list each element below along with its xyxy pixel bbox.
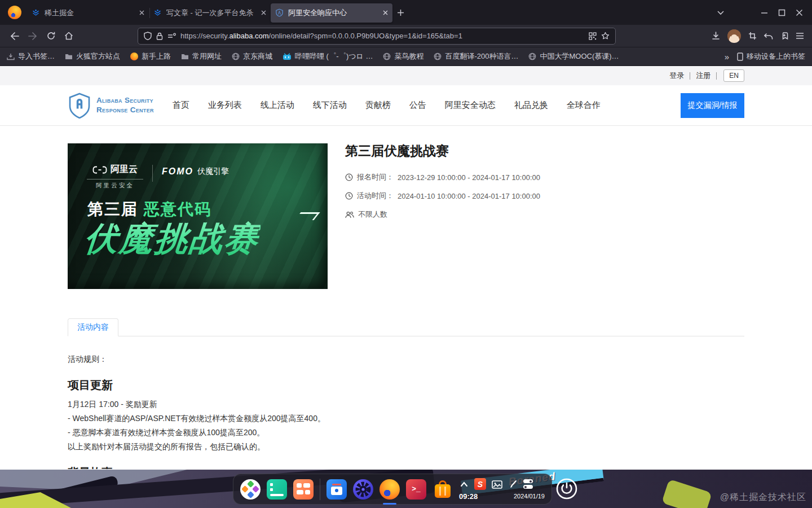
undo-arrow-icon[interactable] <box>764 32 773 40</box>
launcher-icon[interactable] <box>240 479 261 500</box>
close-window-button[interactable] <box>796 9 803 16</box>
update-line: 1月12日 17:00 - 奖励更新 <box>68 397 744 411</box>
app-store-app-icon[interactable] <box>433 479 453 500</box>
signup-time-label: 报名时间： <box>357 172 394 182</box>
watermark: @稀土掘金技术社区 <box>720 492 806 503</box>
bookmark-item[interactable]: 哔哩哔哩 (゜-゜)つロ … <box>283 51 373 62</box>
tab-juejin-home[interactable]: 稀土掘金 <box>27 3 149 23</box>
content-tabs: 活动内容 <box>68 318 744 336</box>
tab-close-icon[interactable] <box>261 10 266 15</box>
banner-swoosh <box>295 212 320 220</box>
shutdown-button[interactable] <box>556 478 577 500</box>
tracking-shield-icon[interactable] <box>144 32 152 40</box>
dock-separator <box>320 479 320 500</box>
home-button[interactable] <box>60 28 78 45</box>
firefox-app-icon[interactable] <box>379 479 400 500</box>
navigation-toolbar: https://security.alibaba.com/online/deta… <box>0 25 812 47</box>
import-icon <box>7 53 15 60</box>
bookmark-item[interactable]: 中国大学MOOC(慕课)… <box>528 51 619 62</box>
nav-online-events[interactable]: 线上活动 <box>261 100 294 111</box>
tab-close-icon[interactable] <box>383 10 388 15</box>
bookmark-item[interactable]: 火狐官方站点 <box>65 51 120 62</box>
text-editor-app-icon[interactable] <box>267 479 287 500</box>
bookmark-star-icon[interactable] <box>601 32 610 40</box>
lock-icon[interactable] <box>156 32 163 40</box>
firefox-logo-icon <box>8 6 21 19</box>
new-tab-button[interactable] <box>397 9 404 16</box>
account-avatar[interactable] <box>727 29 741 43</box>
submit-vulnerability-button[interactable]: 提交漏洞/情报 <box>681 93 744 118</box>
juejin-icon <box>153 8 162 17</box>
qr-code-icon[interactable] <box>589 32 597 40</box>
minimize-button[interactable] <box>761 9 768 16</box>
download-icon[interactable] <box>712 32 720 40</box>
folder-icon <box>65 53 73 60</box>
tab-close-icon[interactable] <box>139 10 144 15</box>
nav-announcements[interactable]: 公告 <box>409 100 426 111</box>
bookmark-import[interactable]: 导入书签… <box>7 51 55 62</box>
site-logo[interactable]: Alibaba Security Response Center <box>68 93 154 119</box>
tab-bar: 稀土掘金 写文章 - 记一次多平台免杀 <box>0 0 812 25</box>
tab-event-content[interactable]: 活动内容 <box>68 318 118 336</box>
annotate-pen-icon[interactable] <box>508 479 518 489</box>
update-line: - 恶意脚本赛道有效绕过样本赏金额度从100提高至200。 <box>68 426 744 440</box>
file-manager-app-icon[interactable] <box>326 479 347 500</box>
tray-expand-icon[interactable] <box>459 480 469 489</box>
terminal-app-icon[interactable]: >_ <box>406 479 426 500</box>
update-line: - WebShell赛道的ASP/ASP.NET有效绕过样本赏金额度从200提高… <box>68 411 744 426</box>
clock-time[interactable]: 09:28 <box>459 492 478 501</box>
bookmark-item[interactable]: 百度翻译-200种语言… <box>434 51 518 62</box>
menu-hamburger-icon[interactable] <box>796 32 804 40</box>
nav-gift-exchange[interactable]: 礼品兑换 <box>514 100 548 111</box>
system-tray: S <box>459 478 545 501</box>
nav-global-cooperation[interactable]: 全球合作 <box>567 100 601 111</box>
tab-list-chevron-icon[interactable] <box>717 10 725 15</box>
maximize-button[interactable] <box>778 9 785 16</box>
nav-home[interactable]: 首页 <box>173 100 189 111</box>
nav-offline-events[interactable]: 线下活动 <box>313 100 347 111</box>
toolbar-right-icons <box>712 29 806 43</box>
login-link[interactable]: 登录 <box>669 71 684 81</box>
capacity-value: 不限人数 <box>358 209 387 220</box>
event-time-label: 活动时间： <box>357 191 394 201</box>
mobile-bookmarks[interactable]: 移动设备上的书签 <box>737 51 805 62</box>
nav-business-list[interactable]: 业务列表 <box>208 100 242 111</box>
quick-settings-icon[interactable] <box>523 479 533 489</box>
bookmark-item[interactable]: 常用网址 <box>181 51 222 62</box>
event-article: 活动规则： 项目更新 1月12日 17:00 - 奖励更新 - WebShell… <box>68 354 744 469</box>
screenshot-crop-icon[interactable] <box>748 32 757 40</box>
wallpaper-shape <box>661 479 712 508</box>
url-bar[interactable]: https://security.alibaba.com/online/deta… <box>138 28 616 45</box>
site-utility-bar: 登录 注册 EN <box>0 66 812 85</box>
bookmark-item[interactable]: 新手上路 <box>130 51 171 62</box>
users-icon <box>345 211 354 218</box>
bookmark-item[interactable]: 京东商城 <box>232 51 272 62</box>
register-link[interactable]: 注册 <box>696 71 710 81</box>
tab-juejin-editor[interactable]: 写文章 - 记一次多平台免杀 <box>149 3 271 23</box>
control-center-app-icon[interactable] <box>353 479 373 500</box>
permissions-icon[interactable] <box>167 33 176 40</box>
nav-leaderboard[interactable]: 贡献榜 <box>365 100 391 111</box>
bilibili-icon <box>283 53 292 60</box>
firefox-icon <box>130 52 138 60</box>
url-text[interactable]: https://security.alibaba.com/online/deta… <box>180 32 584 40</box>
screen: Borened <box>0 0 812 508</box>
reload-button[interactable] <box>42 28 60 45</box>
terminal-glyph: >_ <box>412 485 421 493</box>
bookmarks-overflow-chevron[interactable]: » <box>725 52 729 62</box>
dock: >_ S <box>233 474 552 505</box>
app-grid-app-icon[interactable] <box>293 479 314 500</box>
language-toggle-button[interactable]: EN <box>723 69 744 82</box>
back-button[interactable] <box>6 28 24 45</box>
input-method-icon[interactable]: S <box>474 478 486 490</box>
screenshot-tray-icon[interactable] <box>491 479 503 489</box>
forward-button[interactable] <box>24 28 42 45</box>
mobile-device-icon <box>737 52 743 61</box>
tab-asrc[interactable]: 阿里安全响应中心 <box>271 3 392 23</box>
nav-security-news[interactable]: 阿里安全动态 <box>445 100 496 111</box>
page-content: 登录 注册 EN Alibaba Security Response Cente… <box>0 66 812 469</box>
bookmark-item[interactable]: 菜鸟教程 <box>383 51 423 62</box>
library-icon[interactable] <box>780 32 788 40</box>
clock-date[interactable]: 2024/01/19 <box>514 493 545 500</box>
juejin-icon <box>32 8 40 17</box>
